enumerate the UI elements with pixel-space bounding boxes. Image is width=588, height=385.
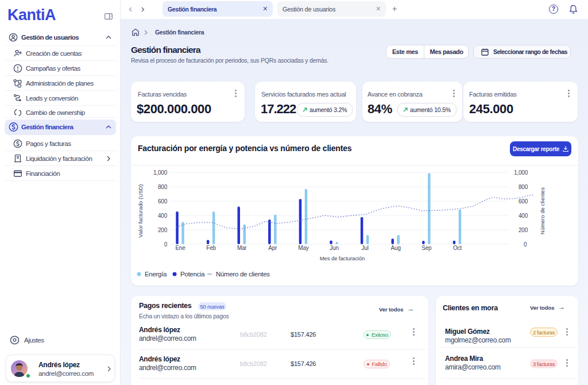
svg-text:Número de clientes: Número de clientes: [539, 187, 546, 234]
svg-text:Número de clientes: Número de clientes: [216, 271, 270, 278]
svg-text:400: 400: [158, 213, 168, 219]
svg-text:Sep: Sep: [421, 245, 432, 251]
svg-text:1,000: 1,000: [514, 170, 528, 176]
svg-text:800: 800: [519, 184, 528, 190]
svg-text:200: 200: [519, 227, 528, 233]
svg-text:Oct: Oct: [453, 245, 462, 251]
svg-text:Potencia: Potencia: [180, 271, 205, 278]
svg-text:800: 800: [158, 184, 168, 190]
svg-text:400: 400: [519, 213, 528, 219]
svg-text:Energía: Energía: [145, 271, 167, 278]
svg-text:0: 0: [524, 241, 527, 248]
svg-text:Valor facturado (USD): Valor facturado (USD): [137, 184, 144, 238]
svg-text:600: 600: [158, 198, 168, 205]
svg-text:Mes de facturación: Mes de facturación: [320, 255, 365, 261]
svg-text:0: 0: [164, 241, 168, 248]
svg-text:Ene: Ene: [175, 245, 185, 251]
svg-text:Mar: Mar: [237, 245, 247, 251]
svg-text:1,000: 1,000: [153, 170, 168, 176]
svg-text:Jun: Jun: [330, 245, 339, 251]
svg-text:200: 200: [158, 227, 168, 233]
svg-text:Aug: Aug: [391, 245, 401, 251]
svg-text:May: May: [298, 245, 308, 251]
svg-text:Feb: Feb: [206, 245, 216, 251]
svg-text:Jul: Jul: [362, 245, 369, 251]
svg-text:600: 600: [519, 198, 528, 205]
svg-text:Apr: Apr: [268, 245, 277, 251]
